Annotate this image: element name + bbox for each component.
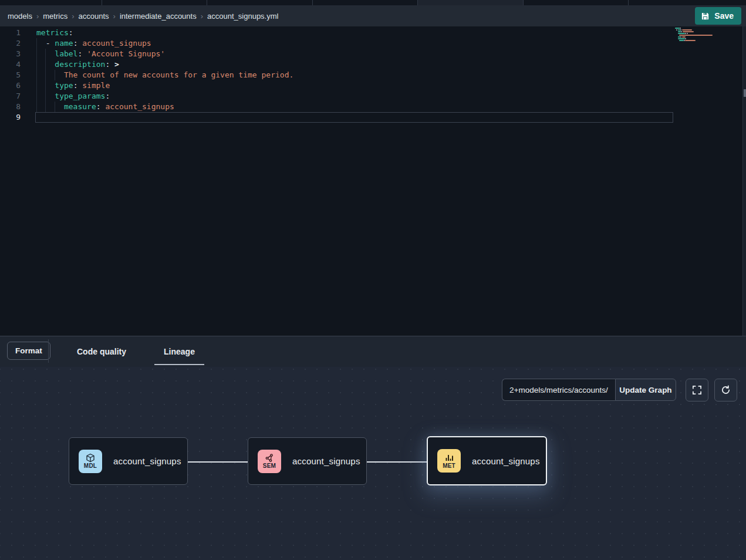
node-type-badge: MDL	[79, 450, 102, 473]
lineage-graph-canvas[interactable]: Update Graph MDLaccount_signupsSEMaccoun…	[0, 367, 746, 560]
lineage-node-mdl[interactable]: MDLaccount_signups	[69, 437, 188, 485]
breadcrumb-item[interactable]: models	[8, 12, 32, 21]
node-type-label: MET	[443, 463, 455, 469]
line-number: 6	[0, 80, 21, 91]
save-button-label: Save	[714, 11, 734, 21]
tab-label: Lineage	[164, 347, 195, 356]
tab-divider	[628, 0, 629, 5]
format-button[interactable]: Format	[7, 342, 50, 360]
scrollbar-thumb[interactable]	[744, 89, 746, 97]
breadcrumb-separator-icon: ›	[36, 12, 39, 21]
minimap-line	[678, 38, 686, 39]
minimap-line	[679, 40, 684, 41]
minimap-line	[687, 33, 688, 34]
code-line: - name: account_signups	[36, 38, 293, 49]
line-number: 4	[0, 59, 21, 70]
minimap-line	[680, 28, 681, 29]
editor-scrollbar[interactable]	[742, 26, 746, 336]
minimap-line	[678, 33, 686, 34]
breadcrumb: models›metrics›accounts›intermediate_acc…	[8, 5, 278, 26]
minimap[interactable]	[675, 28, 729, 51]
line-number: 2	[0, 38, 21, 49]
lineage-node-sem[interactable]: SEMaccount_signups	[248, 437, 367, 485]
line-number: 7	[0, 91, 21, 102]
code-line: The count of new accounts for a given ti…	[36, 70, 293, 80]
line-number: 1	[0, 28, 21, 38]
code-line: metrics:	[36, 28, 293, 38]
code-line: measure: account_signups	[36, 102, 293, 112]
minimap-line	[683, 31, 694, 32]
node-name-label: account_signups	[472, 456, 540, 466]
node-name-label: account_signups	[292, 456, 360, 466]
node-type-label: SEM	[263, 463, 276, 469]
minimap-line	[680, 36, 681, 38]
refresh-icon	[721, 385, 731, 395]
breadcrumb-item[interactable]: metrics	[43, 12, 67, 21]
ide-window: models›metrics›accounts›intermediate_acc…	[0, 0, 746, 560]
breadcrumb-separator-icon: ›	[72, 12, 74, 21]
minimap-line	[685, 38, 686, 39]
tab-lineage[interactable]: Lineage	[145, 336, 214, 367]
tab-divider	[523, 0, 524, 5]
node-type-badge: MET	[437, 449, 461, 473]
tab-label: Code quality	[77, 347, 126, 356]
minimap-line	[682, 29, 692, 31]
breadcrumb-item[interactable]: account_signups.yml	[207, 12, 278, 21]
panel-divider	[48, 339, 49, 363]
breadcrumb-item[interactable]: accounts	[79, 12, 109, 21]
node-type-badge: SEM	[258, 450, 281, 473]
minimap-line	[680, 29, 681, 31]
active-tab-underline	[154, 364, 204, 365]
node-name-label: account_signups	[113, 456, 181, 466]
cube-icon	[86, 453, 95, 463]
breadcrumb-item[interactable]: intermediate_accounts	[120, 12, 197, 21]
minimap-line	[685, 33, 686, 34]
code-line: description: >	[36, 59, 293, 70]
code-content[interactable]: metrics: - name: account_signups label: …	[36, 28, 293, 123]
code-editor[interactable]: 123456789 metrics: - name: account_signu…	[0, 26, 746, 336]
minimap-line	[676, 29, 677, 31]
fullscreen-button[interactable]	[686, 379, 708, 402]
bottom-panel-header: Format Code qualityLineage	[0, 336, 746, 367]
lineage-edge	[188, 461, 248, 463]
code-line: label: 'Account Signups'	[36, 49, 293, 59]
panel-tabs: Code qualityLineage	[58, 336, 214, 367]
breadcrumb-bar: models›metrics›accounts›intermediate_acc…	[0, 5, 746, 26]
lineage-node-met[interactable]: METaccount_signups	[427, 436, 547, 485]
lineage-edge	[367, 461, 427, 463]
save-disk-icon	[701, 12, 710, 21]
code-line: type_params:	[36, 91, 293, 102]
breadcrumb-separator-icon: ›	[201, 12, 203, 21]
tab-divider	[102, 0, 102, 5]
update-graph-button[interactable]: Update Graph	[615, 379, 676, 401]
line-number-gutter: 123456789	[0, 28, 21, 123]
minimap-line	[685, 40, 695, 41]
current-line-highlight	[35, 112, 673, 123]
active-tab-underline	[67, 364, 136, 365]
editor-tab-active[interactable]	[417, 0, 523, 5]
minimap-line	[679, 35, 713, 36]
code-line: type: simple	[36, 80, 293, 91]
tab-code-quality[interactable]: Code quality	[58, 336, 145, 367]
line-number: 3	[0, 49, 21, 59]
refresh-button[interactable]	[714, 379, 737, 402]
tab-divider	[207, 0, 207, 5]
lineage-selector-group: Update Graph	[502, 379, 676, 401]
line-number: 9	[0, 112, 21, 123]
tab-divider	[417, 0, 418, 5]
minimap-line	[682, 36, 686, 38]
line-number: 8	[0, 102, 21, 112]
tab-divider	[312, 0, 313, 5]
fullscreen-icon	[692, 385, 702, 395]
lineage-selector-input[interactable]	[502, 379, 615, 401]
editor-tab-strip[interactable]	[0, 0, 746, 5]
save-button[interactable]: Save	[695, 7, 741, 25]
metric-chart-icon	[444, 453, 454, 463]
node-type-label: MDL	[84, 463, 97, 469]
line-number: 5	[0, 70, 21, 80]
minimap-line	[675, 28, 680, 29]
breadcrumb-separator-icon: ›	[113, 12, 116, 21]
semantic-graph-icon	[265, 453, 274, 463]
